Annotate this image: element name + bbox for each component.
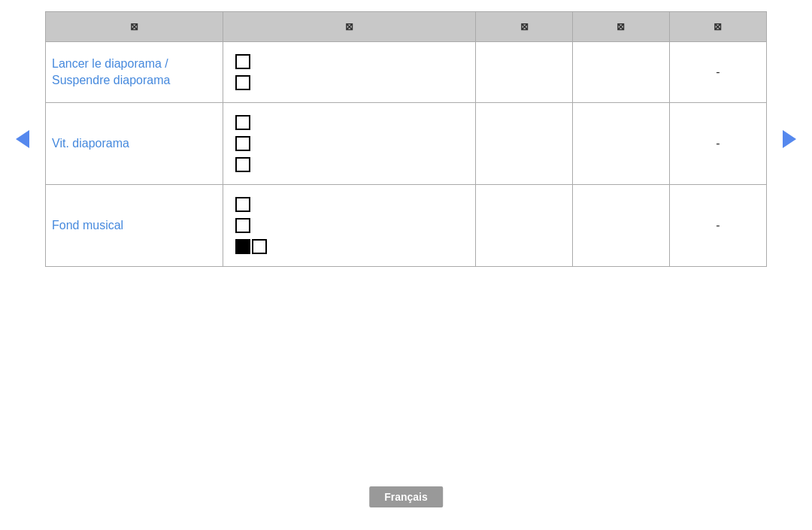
page-container: ⊠ ⊠ ⊠ ⊠ ⊠: [0, 0, 812, 530]
right-arrow-icon: [783, 130, 796, 148]
header-col2: ⊠: [223, 12, 475, 42]
language-button[interactable]: Français: [369, 486, 443, 507]
row2-col3: [476, 103, 573, 185]
row2-value: [223, 103, 475, 185]
row3-icons: [229, 192, 469, 259]
row1-icons: [229, 50, 469, 95]
row1-value: [223, 42, 475, 103]
icon-box-1: [235, 54, 250, 69]
header-col1: ⊠: [46, 12, 223, 42]
icon-row-filled: [235, 238, 267, 256]
row1-col3: [476, 42, 573, 103]
row3-label: Fond musical: [46, 185, 223, 267]
row2-col5: -: [669, 103, 766, 185]
row1-col4: [573, 42, 670, 103]
icon-box-4: [235, 136, 250, 151]
icon-box-6: [235, 197, 250, 212]
icon-box-filled-1: [235, 239, 250, 254]
main-table: ⊠ ⊠ ⊠ ⊠ ⊠: [45, 11, 767, 267]
table-row: Lancer le diaporama / Suspendre diaporam…: [46, 42, 767, 103]
nav-arrow-right[interactable]: [778, 128, 801, 150]
left-arrow-icon: [16, 130, 29, 148]
row1-col5: -: [669, 42, 766, 103]
icon-box-2: [235, 75, 250, 90]
icon-box-3: [235, 115, 250, 130]
row1-label: Lancer le diaporama / Suspendre diaporam…: [46, 42, 223, 103]
header-col5: ⊠: [669, 12, 766, 42]
header-col4: ⊠: [573, 12, 670, 42]
nav-arrow-left[interactable]: [11, 128, 34, 150]
row3-col3: [476, 185, 573, 267]
icon-box-7: [235, 218, 250, 233]
icon-box-5: [235, 157, 250, 172]
table-wrapper: ⊠ ⊠ ⊠ ⊠ ⊠: [45, 11, 767, 267]
table-row: Fond musical: [46, 185, 767, 267]
row3-value: [223, 185, 475, 267]
row2-col4: [573, 103, 670, 185]
table-row: Vit. diaporama -: [46, 103, 767, 185]
row3-col4: [573, 185, 670, 267]
header-col3: ⊠: [476, 12, 573, 42]
row2-icons: [229, 111, 469, 177]
header-row: ⊠ ⊠ ⊠ ⊠ ⊠: [46, 12, 767, 42]
row3-col5: -: [669, 185, 766, 267]
icon-box-8: [252, 239, 267, 254]
row2-label: Vit. diaporama: [46, 103, 223, 185]
